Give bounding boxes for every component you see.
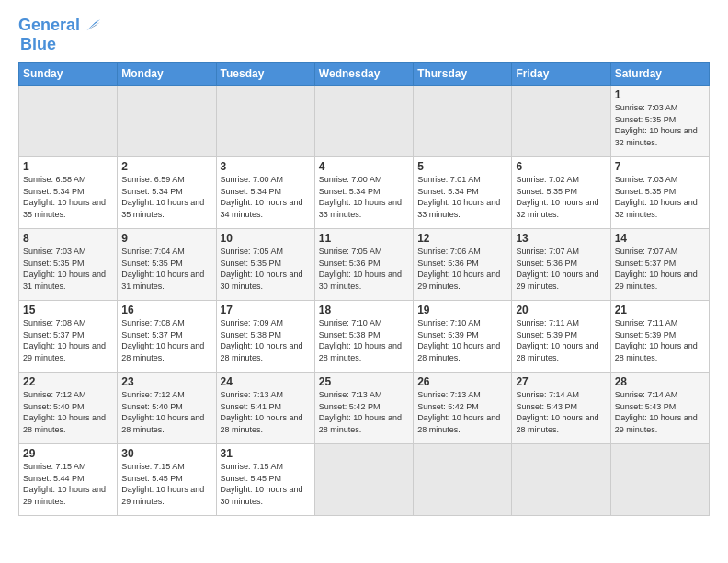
day-header-friday: Friday [512, 63, 610, 86]
day-info: Sunrise: 7:13 AM Sunset: 5:42 PM Dayligh… [417, 389, 507, 435]
day-info: Sunrise: 7:09 AM Sunset: 5:38 PM Dayligh… [221, 317, 311, 363]
logo-blue: Blue [20, 35, 100, 54]
day-info: Sunrise: 6:58 AM Sunset: 5:34 PM Dayligh… [23, 174, 113, 220]
day-number: 25 [319, 375, 409, 388]
day-number: 23 [121, 375, 211, 388]
calendar-cell: 4 Sunrise: 7:00 AM Sunset: 5:34 PM Dayli… [314, 157, 413, 229]
day-info: Sunrise: 7:05 AM Sunset: 5:35 PM Dayligh… [221, 246, 311, 292]
day-info: Sunrise: 7:15 AM Sunset: 5:45 PM Dayligh… [121, 461, 211, 507]
day-info: Sunrise: 7:03 AM Sunset: 5:35 PM Dayligh… [615, 174, 705, 220]
calendar-cell: 19 Sunrise: 7:10 AM Sunset: 5:39 PM Dayl… [414, 301, 512, 373]
calendar-cell: 17 Sunrise: 7:09 AM Sunset: 5:38 PM Dayl… [216, 301, 314, 373]
day-number: 21 [615, 304, 705, 316]
calendar-cell: 8 Sunrise: 7:03 AM Sunset: 5:35 PM Dayli… [19, 229, 118, 301]
calendar-cell [414, 86, 512, 157]
calendar-cell [414, 444, 512, 516]
day-header-sunday: Sunday [19, 63, 118, 86]
day-number: 15 [23, 304, 113, 316]
day-info: Sunrise: 7:07 AM Sunset: 5:36 PM Dayligh… [516, 246, 606, 292]
day-number: 2 [121, 160, 211, 173]
day-info: Sunrise: 7:12 AM Sunset: 5:40 PM Dayligh… [23, 389, 113, 435]
day-info: Sunrise: 7:13 AM Sunset: 5:42 PM Dayligh… [319, 389, 409, 435]
day-number: 14 [615, 232, 705, 245]
calendar-cell: 14 Sunrise: 7:07 AM Sunset: 5:37 PM Dayl… [610, 229, 709, 301]
calendar-cell [314, 444, 413, 516]
calendar-cell: 31 Sunrise: 7:15 AM Sunset: 5:45 PM Dayl… [216, 444, 314, 516]
day-info: Sunrise: 7:11 AM Sunset: 5:39 PM Dayligh… [615, 317, 705, 363]
day-info: Sunrise: 7:08 AM Sunset: 5:37 PM Dayligh… [121, 317, 211, 363]
calendar-cell: 7 Sunrise: 7:03 AM Sunset: 5:35 PM Dayli… [610, 157, 709, 229]
day-number: 17 [221, 304, 311, 316]
calendar-week-4: 15 Sunrise: 7:08 AM Sunset: 5:37 PM Dayl… [19, 301, 710, 373]
day-header-monday: Monday [118, 63, 216, 86]
day-number: 7 [615, 160, 705, 173]
day-number: 4 [319, 160, 409, 173]
day-number: 26 [417, 375, 507, 388]
calendar-cell: 28 Sunrise: 7:14 AM Sunset: 5:43 PM Dayl… [610, 373, 709, 444]
day-info: Sunrise: 7:15 AM Sunset: 5:44 PM Dayligh… [23, 461, 113, 507]
day-info: Sunrise: 7:11 AM Sunset: 5:39 PM Dayligh… [516, 317, 606, 363]
day-number: 31 [221, 447, 311, 460]
day-number: 1 [23, 160, 113, 173]
day-info: Sunrise: 7:07 AM Sunset: 5:37 PM Dayligh… [615, 246, 705, 292]
day-number: 8 [23, 232, 113, 245]
day-info: Sunrise: 6:59 AM Sunset: 5:34 PM Dayligh… [121, 174, 211, 220]
day-number: 27 [516, 375, 606, 388]
day-number: 9 [121, 232, 211, 245]
day-info: Sunrise: 7:12 AM Sunset: 5:40 PM Dayligh… [121, 389, 211, 435]
calendar-header-row: SundayMondayTuesdayWednesdayThursdayFrid… [19, 63, 710, 86]
day-number: 28 [615, 375, 705, 388]
logo: General Blue [18, 17, 100, 54]
day-number: 19 [417, 304, 507, 316]
calendar-cell [216, 86, 314, 157]
calendar-body: 1 Sunrise: 7:03 AM Sunset: 5:35 PM Dayli… [19, 86, 710, 516]
day-info: Sunrise: 7:15 AM Sunset: 5:45 PM Dayligh… [221, 461, 311, 507]
calendar-cell [512, 86, 610, 157]
calendar-cell: 30 Sunrise: 7:15 AM Sunset: 5:45 PM Dayl… [118, 444, 216, 516]
day-number: 6 [516, 160, 606, 173]
day-info: Sunrise: 7:02 AM Sunset: 5:35 PM Dayligh… [516, 174, 606, 220]
calendar-cell: 9 Sunrise: 7:04 AM Sunset: 5:35 PM Dayli… [118, 229, 216, 301]
calendar-cell [512, 444, 610, 516]
day-header-wednesday: Wednesday [314, 63, 413, 86]
calendar-cell: 21 Sunrise: 7:11 AM Sunset: 5:39 PM Dayl… [610, 301, 709, 373]
day-number: 18 [319, 304, 409, 316]
day-header-tuesday: Tuesday [216, 63, 314, 86]
day-number: 3 [221, 160, 311, 173]
calendar-cell: 1 Sunrise: 6:58 AM Sunset: 5:34 PM Dayli… [19, 157, 118, 229]
calendar-week-5: 22 Sunrise: 7:12 AM Sunset: 5:40 PM Dayl… [19, 373, 710, 444]
day-info: Sunrise: 7:03 AM Sunset: 5:35 PM Dayligh… [23, 246, 113, 292]
calendar-week-1: 1 Sunrise: 7:03 AM Sunset: 5:35 PM Dayli… [19, 86, 710, 157]
day-info: Sunrise: 7:14 AM Sunset: 5:43 PM Dayligh… [615, 389, 705, 435]
day-number: 11 [319, 232, 409, 245]
calendar-cell: 18 Sunrise: 7:10 AM Sunset: 5:38 PM Dayl… [314, 301, 413, 373]
calendar-cell: 10 Sunrise: 7:05 AM Sunset: 5:35 PM Dayl… [216, 229, 314, 301]
logo-icon [82, 17, 100, 35]
calendar-cell: 6 Sunrise: 7:02 AM Sunset: 5:35 PM Dayli… [512, 157, 610, 229]
day-number: 13 [516, 232, 606, 245]
calendar-cell: 11 Sunrise: 7:05 AM Sunset: 5:36 PM Dayl… [314, 229, 413, 301]
calendar-cell: 15 Sunrise: 7:08 AM Sunset: 5:37 PM Dayl… [19, 301, 118, 373]
calendar-cell: 16 Sunrise: 7:08 AM Sunset: 5:37 PM Dayl… [118, 301, 216, 373]
calendar-table: SundayMondayTuesdayWednesdayThursdayFrid… [18, 62, 710, 516]
day-info: Sunrise: 7:14 AM Sunset: 5:43 PM Dayligh… [516, 389, 606, 435]
calendar-page: General Blue SundayMondayTuesdayWednesda… [0, 0, 728, 563]
calendar-cell: 20 Sunrise: 7:11 AM Sunset: 5:39 PM Dayl… [512, 301, 610, 373]
day-header-thursday: Thursday [414, 63, 512, 86]
day-info: Sunrise: 7:00 AM Sunset: 5:34 PM Dayligh… [319, 174, 409, 220]
day-info: Sunrise: 7:01 AM Sunset: 5:34 PM Dayligh… [417, 174, 507, 220]
calendar-cell: 5 Sunrise: 7:01 AM Sunset: 5:34 PM Dayli… [414, 157, 512, 229]
calendar-cell: 12 Sunrise: 7:06 AM Sunset: 5:36 PM Dayl… [414, 229, 512, 301]
day-number: 29 [23, 447, 113, 460]
day-number: 24 [221, 375, 311, 388]
day-number: 30 [121, 447, 211, 460]
day-info: Sunrise: 7:03 AM Sunset: 5:35 PM Dayligh… [615, 102, 705, 148]
calendar-cell: 25 Sunrise: 7:13 AM Sunset: 5:42 PM Dayl… [314, 373, 413, 444]
svg-marker-1 [86, 22, 100, 30]
calendar-cell [118, 86, 216, 157]
calendar-cell: 1 Sunrise: 7:03 AM Sunset: 5:35 PM Dayli… [610, 86, 709, 157]
day-info: Sunrise: 7:04 AM Sunset: 5:35 PM Dayligh… [121, 246, 211, 292]
calendar-cell [19, 86, 118, 157]
day-info: Sunrise: 7:06 AM Sunset: 5:36 PM Dayligh… [417, 246, 507, 292]
calendar-cell: 27 Sunrise: 7:14 AM Sunset: 5:43 PM Dayl… [512, 373, 610, 444]
